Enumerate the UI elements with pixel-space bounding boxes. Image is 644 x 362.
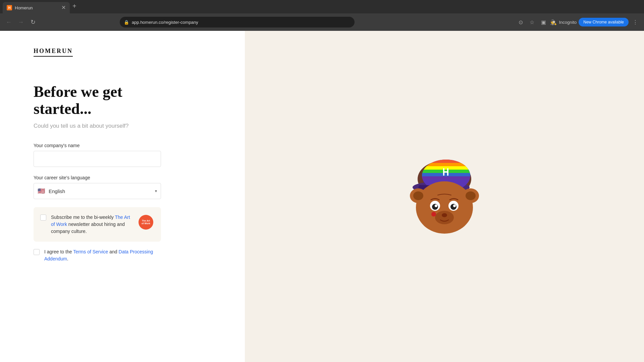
language-field: Your career site's language 🇺🇸 English D… xyxy=(34,175,161,199)
sidebar-icon[interactable]: ▣ xyxy=(539,17,548,27)
terms-row: I agree to the Terms of Service and Data… xyxy=(34,248,161,262)
company-name-input[interactable] xyxy=(34,151,161,167)
company-name-label: Your company's name xyxy=(34,143,161,148)
left-panel: HOMERUN Before we get started... Could y… xyxy=(0,31,245,362)
newsletter-box: Subscribe me to the bi-weekly The Art of… xyxy=(34,207,161,242)
security-icon: 🔒 xyxy=(124,20,129,25)
more-menu-button[interactable]: ⋮ xyxy=(631,17,640,27)
new-tab-button[interactable]: + xyxy=(72,2,76,10)
svg-rect-8 xyxy=(422,173,470,176)
terms-checkbox[interactable] xyxy=(34,249,40,255)
language-label: Your career site's language xyxy=(34,175,161,180)
tab-favicon: H xyxy=(7,5,12,10)
svg-point-22 xyxy=(450,204,457,210)
right-panel xyxy=(245,31,644,362)
browser-window: H Homerun ✕ + ← → ↻ 🔒 app.homerun.co/reg… xyxy=(0,0,644,362)
svg-point-25 xyxy=(435,211,454,224)
svg-point-27 xyxy=(431,212,436,217)
lens-icon[interactable]: ⊙ xyxy=(516,17,525,27)
page-title: Before we get started... xyxy=(34,83,161,117)
reload-button[interactable]: ↻ xyxy=(28,17,38,27)
svg-rect-5 xyxy=(422,163,470,166)
url-text: app.homerun.co/register-company xyxy=(132,20,198,25)
homerun-logo: HOMERUN xyxy=(34,48,73,57)
mascot-svg xyxy=(397,142,491,249)
incognito-icon: 🕵 xyxy=(550,19,557,25)
svg-point-16 xyxy=(413,191,423,200)
svg-point-14 xyxy=(416,181,473,234)
bookmark-icon[interactable]: ☆ xyxy=(527,17,537,27)
svg-rect-6 xyxy=(422,166,470,170)
art-badge-circle: The Art of Work xyxy=(139,215,153,230)
incognito-button[interactable]: 🕵 Incognito xyxy=(550,19,577,25)
language-select[interactable]: English Dutch French German Spanish xyxy=(34,183,161,199)
svg-point-21 xyxy=(432,204,438,210)
new-chrome-button[interactable]: New Chrome available xyxy=(579,18,629,26)
mascot-illustration xyxy=(397,142,491,251)
language-select-wrapper: 🇺🇸 English Dutch French German Spanish ▾ xyxy=(34,183,161,199)
svg-point-18 xyxy=(466,191,476,200)
page-content: HOMERUN Before we get started... Could y… xyxy=(0,31,644,362)
active-tab[interactable]: H Homerun ✕ xyxy=(3,2,70,13)
art-badge-text: The Art of Work xyxy=(142,220,150,225)
company-name-field: Your company's name xyxy=(34,143,161,175)
svg-point-23 xyxy=(435,204,437,207)
terms-text: I agree to the Terms of Service and Data… xyxy=(44,248,161,262)
svg-rect-4 xyxy=(422,160,470,163)
newsletter-text: Subscribe me to the bi-weekly The Art of… xyxy=(51,214,133,235)
back-button[interactable]: ← xyxy=(4,17,13,27)
address-bar[interactable]: 🔒 app.homerun.co/register-company xyxy=(120,17,355,27)
tab-close-button[interactable]: ✕ xyxy=(61,5,66,10)
newsletter-checkbox-area: Subscribe me to the bi-weekly The Art of… xyxy=(40,214,133,235)
art-of-work-badge: The Art of Work xyxy=(138,214,154,231)
tab-bar: H Homerun ✕ + xyxy=(0,0,644,13)
terms-of-service-link[interactable]: Terms of Service xyxy=(73,249,108,254)
svg-rect-9 xyxy=(422,176,470,180)
newsletter-checkbox[interactable] xyxy=(40,215,46,221)
tab-title: Homerun xyxy=(15,5,59,10)
svg-point-24 xyxy=(453,204,456,207)
toolbar-icons: ⊙ ☆ ▣ 🕵 Incognito New Chrome available ⋮ xyxy=(516,17,640,27)
forward-button[interactable]: → xyxy=(16,17,25,27)
svg-rect-13 xyxy=(443,171,448,173)
svg-point-26 xyxy=(442,213,447,217)
address-bar-row: ← → ↻ 🔒 app.homerun.co/register-company … xyxy=(0,13,644,31)
page-subtitle: Could you tell us a bit about yourself? xyxy=(34,123,161,129)
registration-form: Before we get started... Could you tell … xyxy=(34,83,161,262)
